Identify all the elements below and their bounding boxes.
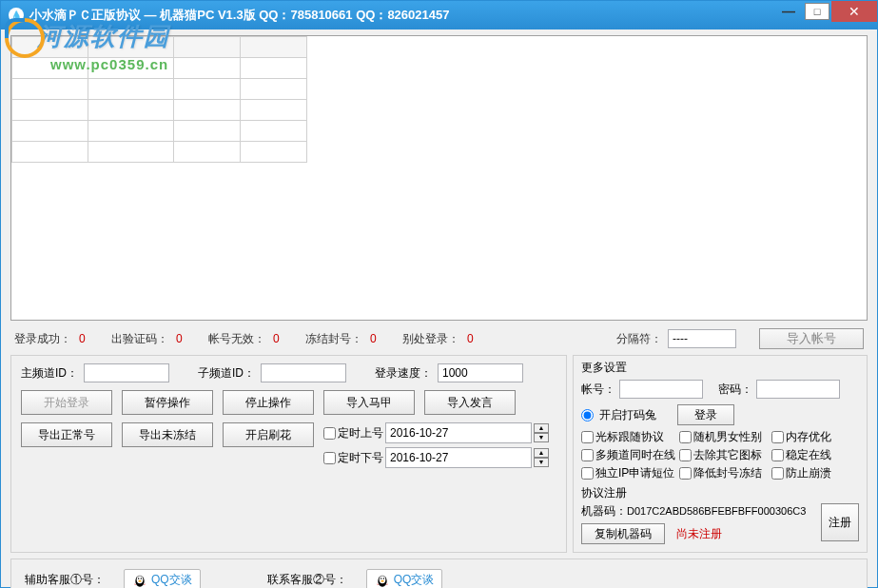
reg-status: 尚未注册 (676, 526, 722, 542)
password-input[interactable] (756, 380, 840, 399)
login-speed-label: 登录速度： (375, 365, 432, 382)
window-controls: — □ ✕ (774, 1, 877, 29)
opt-label-6: 独立IP申请短位 (595, 465, 674, 481)
timed-up-checkbox[interactable] (323, 427, 336, 440)
opt-label-7: 降低封号冻结 (693, 465, 762, 481)
opt-label-8: 防止崩溃 (786, 465, 831, 481)
more-settings-panel: 更多设置 帐号： 密码： 开启打码兔 登录 光标跟随协议 随机男女性别 (573, 355, 868, 553)
service2-label: 联系客服②号： (267, 572, 347, 588)
account-label: 帐号： (581, 382, 615, 398)
footer-panel: 辅助客服①号： QQ交谈 联系客服②号： QQ交谈 (10, 559, 868, 588)
qq-chat-label-2: QQ交谈 (394, 572, 435, 588)
opt-cursor-follow-checkbox[interactable] (581, 431, 594, 443)
import-vest-button[interactable]: 导入马甲 (323, 390, 415, 415)
import-accounts-button[interactable]: 导入帐号 (759, 328, 864, 349)
svg-point-2 (138, 578, 139, 579)
opt-random-gender-checkbox[interactable] (679, 431, 692, 443)
separator-input[interactable] (668, 329, 736, 348)
app-icon: 💧 (9, 8, 24, 23)
opt-prevent-crash-checkbox[interactable] (771, 467, 784, 480)
minimize-button[interactable]: — (774, 1, 803, 22)
frozen-label: 冻结封号： (305, 331, 362, 347)
export-normal-button[interactable]: 导出正常号 (21, 422, 112, 447)
machine-code-value: D017C2ABD586BFEBFBFF000306C3 (627, 505, 806, 517)
captcha-label: 出验证码： (111, 331, 168, 347)
opt-multi-channel-checkbox[interactable] (581, 449, 594, 461)
opt-label-0: 光标跟随协议 (595, 429, 664, 445)
timed-up-label: 定时上号 (338, 425, 383, 441)
options-grid: 光标跟随协议 随机男女性别 内存优化 多频道同时在线 去除其它图标 稳定在线 独… (581, 429, 859, 481)
opt-stable-online-checkbox[interactable] (771, 449, 784, 461)
qq-chat-button-1[interactable]: QQ交谈 (124, 569, 201, 588)
svg-point-1 (137, 576, 144, 583)
captcha-value: 0 (176, 332, 203, 345)
login-ok-value: 0 (79, 332, 106, 345)
invalid-value: 0 (273, 332, 300, 345)
elsewhere-value: 0 (467, 332, 494, 345)
export-unfrozen-button[interactable]: 导出未冻结 (122, 422, 213, 447)
qq-chat-label-1: QQ交谈 (151, 572, 192, 588)
accounts-grid[interactable] (10, 35, 868, 321)
start-login-button[interactable]: 开始登录 (21, 390, 112, 415)
opt-reduce-freeze-checkbox[interactable] (679, 467, 692, 480)
window-title: 小水滴ＰＣ正版协议 — 机器猫PC V1.3版 QQ：785810661 QQ：… (29, 7, 774, 24)
service1-label: 辅助客服①号： (25, 572, 105, 588)
register-button[interactable]: 注册 (821, 503, 859, 541)
start-flower-button[interactable]: 开启刷花 (223, 422, 314, 447)
copy-machine-button[interactable]: 复制机器码 (581, 523, 665, 544)
password-label: 密码： (718, 382, 752, 398)
reg-title: 协议注册 (581, 485, 859, 501)
qq-penguin-icon (132, 573, 147, 588)
elsewhere-label: 别处登录： (402, 331, 459, 347)
sub-channel-input[interactable] (261, 363, 346, 382)
timed-up-input[interactable] (385, 422, 532, 443)
timed-down-label: 定时下号 (338, 450, 383, 466)
app-window: 💧 小水滴ＰＣ正版协议 — 机器猫PC V1.3版 QQ：785810661 Q… (0, 0, 878, 588)
svg-point-4 (138, 579, 141, 581)
main-channel-input[interactable] (84, 363, 169, 382)
grid-table (11, 36, 307, 163)
opt-independent-ip-checkbox[interactable] (581, 467, 594, 480)
login-speed-input[interactable] (438, 363, 523, 382)
separator-label: 分隔符： (616, 331, 662, 347)
login-ok-label: 登录成功： (14, 331, 71, 347)
opt-label-2: 内存优化 (786, 429, 831, 445)
open-dama-radio[interactable] (581, 409, 594, 421)
import-say-button[interactable]: 导入发言 (424, 390, 516, 415)
status-bar: 登录成功：0 出验证码：0 帐号无效：0 冻结封号：0 别处登录：0 分隔符： … (10, 321, 868, 355)
spin-down-icon-2[interactable]: ▼ (534, 458, 549, 467)
spin-up-icon[interactable]: ▲ (534, 423, 549, 433)
opt-label-4: 去除其它图标 (693, 447, 762, 463)
svg-point-6 (379, 576, 385, 583)
open-dama-label: 开启打码兔 (599, 407, 656, 423)
main-controls-panel: 主频道ID： 子频道ID： 登录速度： 开始登录 暂停操作 停止操作 导入马甲 … (10, 355, 567, 553)
login-button[interactable]: 登录 (677, 404, 734, 425)
frozen-value: 0 (370, 332, 397, 345)
close-button[interactable]: ✕ (831, 1, 877, 22)
account-input[interactable] (619, 380, 703, 399)
main-channel-label: 主频道ID： (21, 365, 78, 382)
spin-down-icon[interactable]: ▼ (534, 433, 549, 442)
opt-label-3: 多频道同时在线 (595, 447, 675, 463)
more-settings-title: 更多设置 (581, 360, 859, 376)
opt-mem-optimize-checkbox[interactable] (771, 431, 784, 443)
svg-point-7 (380, 578, 381, 579)
invalid-label: 帐号无效： (208, 331, 265, 347)
timed-down-input[interactable] (385, 447, 532, 468)
machine-label: 机器码： (581, 504, 627, 518)
stop-button[interactable]: 停止操作 (223, 390, 314, 415)
pause-button[interactable]: 暂停操作 (122, 390, 213, 415)
opt-label-5: 稳定在线 (786, 447, 831, 463)
qq-penguin-icon-2 (375, 573, 390, 588)
opt-remove-icons-checkbox[interactable] (679, 449, 692, 461)
spin-up-icon-2[interactable]: ▲ (534, 448, 549, 458)
qq-chat-button-2[interactable]: QQ交谈 (366, 569, 443, 588)
svg-point-3 (141, 578, 142, 579)
opt-label-1: 随机男女性别 (693, 429, 762, 445)
timed-down-checkbox[interactable] (323, 452, 336, 464)
svg-point-8 (382, 578, 383, 579)
maximize-button[interactable]: □ (805, 3, 829, 20)
titlebar: 💧 小水滴ＰＣ正版协议 — 机器猫PC V1.3版 QQ：785810661 Q… (1, 1, 877, 29)
sub-channel-label: 子频道ID： (198, 365, 255, 382)
svg-point-9 (380, 579, 383, 581)
